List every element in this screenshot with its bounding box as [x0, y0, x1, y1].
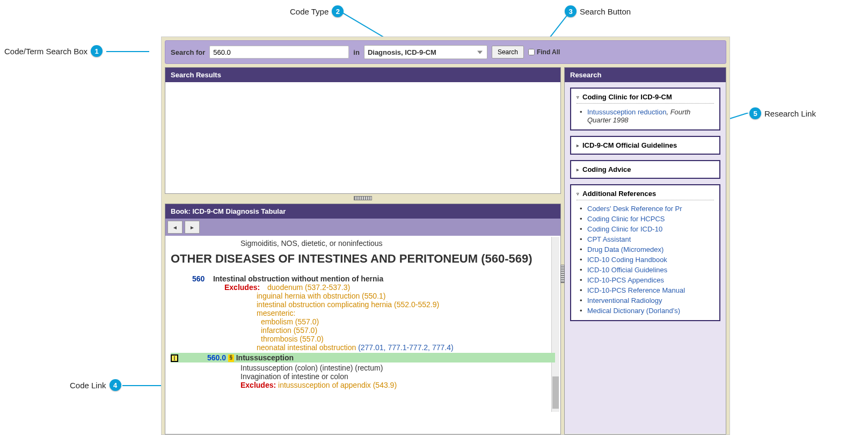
exclude-4: mesenteric: [257, 309, 555, 317]
book-content[interactable]: Sigmoiditis, NOS, dietetic, or noninfect… [165, 236, 560, 413]
exclude-3[interactable]: intestinal obstruction complicating hern… [257, 300, 555, 309]
research-header: Research [565, 68, 726, 82]
code-560-title: Intestinal obstruction without mention o… [213, 274, 383, 283]
code-flag-icon: § [228, 354, 234, 362]
ref-item: Medical Dictionary (Dorland's) [583, 306, 714, 316]
sub-desc-1: Intussusception (colon) (intestine) (rec… [240, 364, 555, 372]
exclude-1[interactable]: duodenum (537.2-537.3) [267, 283, 350, 292]
callout-3: 3 Search Button [565, 5, 631, 17]
callout-5-label: Research Link [764, 109, 816, 118]
ref-link[interactable]: Drug Data (Micromedex) [587, 245, 663, 253]
ref-link[interactable]: ICD-10-PCS Reference Manual [587, 286, 685, 294]
ref-item: ICD-10-PCS Reference Manual [583, 285, 714, 295]
ref-link[interactable]: Coders' Desk Reference for Pr [587, 205, 682, 213]
search-results-body [165, 82, 560, 193]
code-560-num[interactable]: 560 [192, 274, 205, 283]
ref-link[interactable]: Coding Clinic for ICD-10 [587, 225, 662, 233]
additional-refs-title[interactable]: ▿ Additional References [577, 190, 714, 200]
nav-back-button[interactable]: ◄ [167, 221, 183, 234]
ref-link[interactable]: ICD-10-PCS Appendices [587, 276, 664, 284]
search-input[interactable] [209, 46, 349, 59]
guidelines-label: ICD-9-CM Official Guidelines [582, 141, 677, 149]
ref-item: ICD-10 Official Guidelines [583, 265, 714, 275]
coding-clinic-box: ▿ Coding Clinic for ICD-9-CM Intussuscep… [570, 88, 720, 130]
callout-2-label: Code Type [290, 7, 329, 16]
exclude-5[interactable]: neonatal intestinal obstruction (277.01,… [257, 343, 555, 352]
ref-item: CPT Assistant [583, 234, 714, 244]
ref-link[interactable]: Medical Dictionary (Dorland's) [587, 307, 680, 315]
ref-link[interactable]: Interventional Radiology [587, 296, 662, 305]
callout-3-num: 3 [565, 5, 577, 17]
callout-2: Code Type 2 [290, 5, 344, 17]
coding-advice-box[interactable]: ▸ Coding Advice [570, 160, 720, 179]
excludes-2-label: Excludes: [240, 381, 276, 389]
ref-link[interactable]: ICD-10 Official Guidelines [587, 266, 667, 274]
vertical-splitter[interactable] [560, 265, 565, 283]
section-heading: OTHER DISEASES OF INTESTINES AND PERITON… [171, 252, 555, 266]
collapse-icon: ▸ [577, 167, 579, 172]
ref-item: ICD-10 Coding Handbook [583, 255, 714, 265]
research-link[interactable]: Intussusception reduction [587, 108, 666, 116]
search-for-label: Search for [171, 48, 205, 56]
code-560.0-link[interactable]: 560.0 [207, 353, 226, 362]
callout-4-num: 4 [110, 379, 121, 391]
ref-item: Coders' Desk Reference for Pr [583, 204, 714, 214]
exclude-4a[interactable]: embolism (557.0) [261, 317, 555, 326]
ref-item: ICD-10-PCS Appendices [583, 275, 714, 285]
code-560.0-row[interactable]: I 560.0 § Intussusception [171, 353, 555, 363]
ref-link[interactable]: CPT Assistant [587, 235, 631, 243]
ref-link[interactable]: Coding Clinic for HCPCS [587, 215, 665, 223]
app-frame: Search for in Diagnosis, ICD-9-CM Search… [161, 37, 730, 435]
research-link-item: Intussusception reduction, Fourth Quarte… [583, 107, 714, 125]
exclude-4c[interactable]: thrombosis (557.0) [261, 335, 555, 343]
code-indicator-icon: I [171, 354, 178, 362]
ref-item: Coding Clinic for ICD-10 [583, 224, 714, 234]
nav-forward-button[interactable]: ► [185, 221, 200, 234]
refs-list: Coders' Desk Reference for PrCoding Clin… [577, 200, 714, 316]
left-column: Search Results Book: ICD-9-CM Diagnosis … [165, 67, 561, 434]
content-area: Search Results Book: ICD-9-CM Diagnosis … [165, 67, 726, 434]
callout-1-num: 1 [91, 45, 103, 57]
research-body: ▿ Coding Clinic for ICD-9-CM Intussuscep… [565, 82, 726, 433]
additional-refs-box: ▿ Additional References Coders' Desk Ref… [570, 184, 720, 321]
code-type-select[interactable]: Diagnosis, ICD-9-CM [364, 45, 487, 59]
collapse-icon: ▸ [577, 143, 579, 148]
expand-icon: ▿ [577, 95, 579, 100]
ref-item: Interventional Radiology [583, 295, 714, 306]
find-all-option[interactable]: Find All [528, 48, 560, 56]
scrollbar[interactable] [551, 237, 559, 412]
exclude-2[interactable]: inguinal hernia with obstruction (550.1) [257, 292, 555, 300]
horizontal-splitter[interactable] [165, 196, 561, 201]
code-560-line: 560 Intestinal obstruction without menti… [192, 274, 555, 283]
right-column: Research ▿ Coding Clinic for ICD-9-CM In… [564, 67, 726, 434]
sub-desc-2: Invagination of intestine or colon [240, 372, 555, 381]
find-all-checkbox[interactable] [528, 49, 535, 55]
ref-item: Coding Clinic for HCPCS [583, 214, 714, 224]
callout-5-num: 5 [749, 107, 761, 119]
ref-link[interactable]: ICD-10 Coding Handbook [587, 256, 667, 264]
callout-4-label: Code Link [70, 381, 106, 390]
excludes-label: Excludes: [224, 283, 260, 292]
code-560.0-title: Intussusception [236, 353, 294, 362]
guidelines-box[interactable]: ▸ ICD-9-CM Official Guidelines [570, 136, 720, 155]
exclude-4b[interactable]: infarction (557.0) [261, 326, 555, 335]
research-panel: Research ▿ Coding Clinic for ICD-9-CM In… [564, 67, 726, 434]
callout-4: Code Link 4 [70, 379, 121, 391]
ref-item: Drug Data (Micromedex) [583, 244, 714, 255]
coding-clinic-title[interactable]: ▿ Coding Clinic for ICD-9-CM [577, 93, 714, 104]
book-panel: Book: ICD-9-CM Diagnosis Tabular ◄ ► Sig… [165, 204, 561, 434]
book-header: Book: ICD-9-CM Diagnosis Tabular [165, 204, 560, 219]
search-bar: Search for in Diagnosis, ICD-9-CM Search… [165, 40, 726, 64]
fragment-top: Sigmoiditis, NOS, dietetic, or noninfect… [240, 239, 555, 248]
search-button[interactable]: Search [492, 46, 524, 59]
callout-5: 5 Research Link [749, 107, 816, 119]
search-results-header: Search Results [165, 68, 560, 82]
callout-1-label: Code/Term Search Box [4, 47, 87, 56]
callout-1: Code/Term Search Box 1 [4, 45, 103, 57]
excludes-2-text[interactable]: intussusception of appendix (543.9) [278, 381, 397, 389]
advice-label: Coding Advice [582, 165, 631, 173]
expand-icon: ▿ [577, 191, 579, 197]
in-label: in [353, 48, 360, 56]
search-results-panel: Search Results [165, 67, 561, 194]
callout-3-label: Search Button [580, 7, 631, 16]
